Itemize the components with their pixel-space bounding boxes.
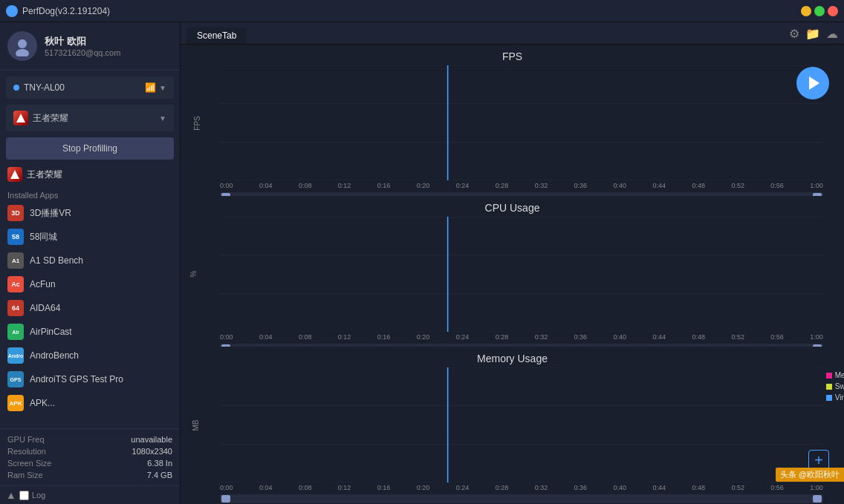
play-button[interactable] bbox=[796, 67, 829, 99]
settings-icon[interactable]: ⚙ bbox=[789, 27, 799, 41]
ram-size-value: 7.4 GB bbox=[147, 471, 172, 480]
device-name: TNY-AL00 bbox=[24, 82, 145, 93]
app-item-name: AirPinCast bbox=[30, 327, 72, 337]
legend-item-swap: SwapMemory bbox=[826, 382, 844, 390]
memory-chart-svg: 150 100 50 0 bbox=[220, 367, 823, 482]
app-item-icon: Andro bbox=[7, 347, 24, 364]
list-item[interactable]: Ac AcFun bbox=[0, 272, 180, 296]
fps-chart: FPS FPS 150 100 50 0 bbox=[186, 45, 838, 196]
swap-legend-dot bbox=[826, 384, 832, 390]
selected-app-name: 王者荣耀 bbox=[33, 112, 159, 125]
selected-app-icon bbox=[13, 111, 28, 125]
scrubber-right-handle[interactable] bbox=[813, 495, 822, 503]
ram-size-row: Ram Size 7.4 GB bbox=[7, 469, 172, 481]
fps-chart-area: FPS 150 100 50 0 bbox=[220, 65, 823, 180]
content-area: SceneTab ⚙ 📁 ☁ + FPS FPS bbox=[181, 22, 844, 504]
screen-size-row: Screen Size 6.38 In bbox=[7, 457, 172, 469]
list-item[interactable]: 3D 3D播播VR bbox=[0, 201, 180, 225]
maximize-button[interactable] bbox=[814, 6, 825, 16]
user-email: 517321620@qq.com bbox=[45, 48, 120, 57]
log-expand-icon[interactable]: ▲ bbox=[6, 489, 16, 501]
pinned-app-icon bbox=[7, 167, 22, 182]
tab-actions: ⚙ 📁 ☁ bbox=[789, 27, 838, 44]
wifi-icon: 📶 bbox=[145, 82, 156, 93]
list-item[interactable]: A1 A1 SD Bench bbox=[0, 249, 180, 272]
app-chevron-down-icon: ▼ bbox=[159, 114, 166, 122]
installed-apps-label: Installed Apps bbox=[0, 186, 180, 201]
fps-chart-svg: 150 100 50 0 bbox=[220, 65, 823, 180]
main-layout: 秋叶 欧阳 517321620@qq.com TNY-AL00 📶 ▼ 王者荣耀… bbox=[0, 22, 844, 504]
pinned-app-name: 王者荣耀 bbox=[27, 168, 172, 181]
list-item[interactable]: 58 58同城 bbox=[0, 225, 180, 249]
app-item-name: AndroiTS GPS Test Pro bbox=[30, 374, 123, 384]
memory-time-axis: 0:000:040:080:120:160:200:240:280:320:36… bbox=[220, 482, 823, 493]
cpu-chart-area: % 150 100 50 0 bbox=[220, 217, 823, 332]
app-item-icon: Air bbox=[7, 324, 24, 340]
memory-y-label: MB bbox=[192, 419, 200, 431]
list-item[interactable]: GPS AndroiTS GPS Test Pro bbox=[0, 367, 180, 391]
app-list: 王者荣耀 Installed Apps 3D 3D播播VR 58 58同城 A1… bbox=[0, 163, 180, 428]
virtual-legend-dot bbox=[826, 395, 832, 401]
app-icon bbox=[6, 5, 18, 17]
svg-marker-2 bbox=[16, 114, 25, 122]
app-item-icon: 64 bbox=[7, 300, 24, 316]
app-item-name: 3D播播VR bbox=[30, 207, 71, 220]
stop-profiling-button[interactable]: Stop Profilling bbox=[6, 137, 174, 160]
avatar bbox=[7, 31, 37, 61]
cpu-chart: CPU Usage % 150 100 50 0 bbox=[186, 196, 838, 347]
minimize-button[interactable] bbox=[801, 6, 811, 16]
svg-marker-3 bbox=[10, 170, 19, 179]
fps-time-axis: 0:000:040:080:120:160:200:240:280:320:36… bbox=[220, 180, 823, 191]
user-name: 秋叶 欧阳 bbox=[45, 35, 120, 48]
app-item-name: AIDA64 bbox=[30, 303, 60, 313]
chevron-down-icon: ▼ bbox=[159, 84, 166, 92]
log-label: Log bbox=[32, 491, 45, 500]
app-selector[interactable]: 王者荣耀 ▼ bbox=[6, 105, 174, 131]
ram-size-label: Ram Size bbox=[7, 471, 43, 480]
memory-scrubber[interactable] bbox=[220, 494, 823, 503]
app-item-name: A1 SD Bench bbox=[30, 255, 83, 266]
memory-legend-dot bbox=[826, 373, 832, 379]
memory-legend-label: Memory bbox=[835, 371, 844, 379]
list-item[interactable]: APK APK... bbox=[0, 391, 180, 415]
cpu-chart-title: CPU Usage bbox=[186, 196, 838, 217]
gpu-freq-value: unavailable bbox=[131, 435, 172, 444]
resolution-row: Resolution 1080x2340 bbox=[7, 445, 172, 457]
app-item-icon: APK bbox=[7, 395, 24, 411]
close-button[interactable] bbox=[828, 6, 838, 16]
svg-point-1 bbox=[16, 49, 29, 56]
legend-item-memory: Memory bbox=[826, 371, 844, 379]
tab-bar: SceneTab ⚙ 📁 ☁ bbox=[181, 22, 844, 45]
app-item-name: 58同城 bbox=[30, 231, 57, 243]
memory-legend: Memory SwapMemory VirtualMemory bbox=[826, 371, 844, 402]
cpu-chart-svg: 150 100 50 0 bbox=[220, 217, 823, 332]
window-controls bbox=[801, 6, 838, 16]
sidebar: 秋叶 欧阳 517321620@qq.com TNY-AL00 📶 ▼ 王者荣耀… bbox=[0, 22, 181, 504]
cpu-time-axis: 0:000:040:080:120:160:200:240:280:320:36… bbox=[220, 332, 823, 342]
scrubber-left-handle[interactable] bbox=[221, 495, 230, 503]
resolution-label: Resolution bbox=[7, 447, 46, 456]
app-item-icon: 3D bbox=[7, 205, 24, 221]
device-selector[interactable]: TNY-AL00 📶 ▼ bbox=[6, 76, 174, 99]
device-status-dot bbox=[13, 85, 19, 91]
memory-chart-area: MB 150 100 50 0 bbox=[220, 367, 823, 482]
log-checkbox[interactable] bbox=[19, 491, 29, 500]
list-item[interactable]: 64 AIDA64 bbox=[0, 296, 180, 320]
app-item-icon: Ac bbox=[7, 276, 24, 292]
memory-chart-title: Memory Usage bbox=[186, 347, 838, 367]
app-item-icon: A1 bbox=[7, 252, 24, 269]
app-item-name: APK... bbox=[30, 398, 55, 408]
cloud-icon[interactable]: ☁ bbox=[826, 27, 838, 41]
list-item[interactable]: Air AirPinCast bbox=[0, 320, 180, 344]
scene-tab[interactable]: SceneTab bbox=[186, 27, 247, 44]
folder-icon[interactable]: 📁 bbox=[805, 27, 820, 41]
screen-size-value: 6.38 In bbox=[147, 459, 172, 468]
title-bar: PerfDog(v3.2.191204) bbox=[0, 0, 844, 22]
pinned-app-item[interactable]: 王者荣耀 bbox=[0, 163, 180, 186]
cpu-y-label: % bbox=[189, 271, 198, 278]
swap-legend-label: SwapMemory bbox=[835, 382, 844, 390]
app-item-name: AcFun bbox=[30, 279, 56, 289]
log-toggle: ▲ Log bbox=[0, 485, 180, 504]
list-item[interactable]: Andro AndroBench bbox=[0, 344, 180, 367]
gpu-freq-row: GPU Freq unavailable bbox=[7, 433, 172, 445]
